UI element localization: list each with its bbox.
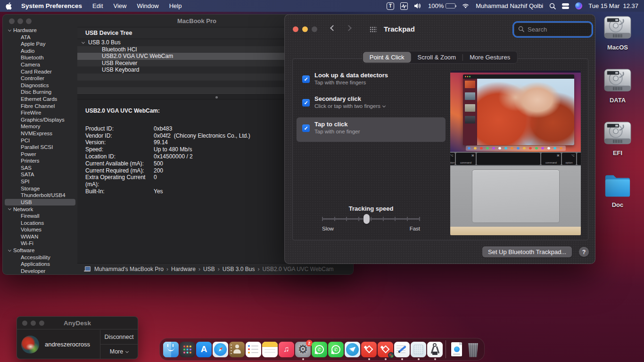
checkbox-checked[interactable] bbox=[302, 124, 310, 132]
close-button[interactable] bbox=[22, 321, 27, 326]
dock-item-trash[interactable] bbox=[465, 342, 481, 357]
sidebar-item[interactable]: ATA bbox=[3, 34, 77, 41]
dock-item-downloads[interactable] bbox=[449, 342, 464, 357]
breadcrumb-item[interactable]: Hardware bbox=[171, 266, 196, 272]
menubar-app-name[interactable]: System Preferences bbox=[21, 2, 82, 9]
sidebar-item[interactable]: Firewall bbox=[3, 213, 77, 220]
sidebar-item[interactable]: FireWire bbox=[3, 109, 77, 116]
sidebar-item[interactable]: Fibre Channel bbox=[3, 103, 77, 110]
dock-item-whatsapp-2[interactable] bbox=[328, 342, 344, 357]
dock-item-system-preferences[interactable]: 2 bbox=[295, 342, 311, 357]
wifi-icon[interactable] bbox=[462, 3, 470, 9]
dock-item-app-store[interactable] bbox=[196, 342, 212, 357]
sidebar-item[interactable]: Controller bbox=[3, 75, 77, 82]
breadcrumb-item[interactable]: USB2.0 VGA UVC WebCam bbox=[262, 266, 333, 272]
help-button[interactable]: ? bbox=[579, 247, 589, 257]
sidebar-item[interactable]: Memory bbox=[3, 123, 77, 130]
desktop-drive-macos[interactable]: MacOS bbox=[600, 15, 636, 51]
breadcrumb-item[interactable]: USB bbox=[203, 266, 215, 272]
search-input[interactable] bbox=[527, 25, 587, 33]
dock-item-launchpad[interactable] bbox=[180, 342, 195, 357]
sidebar-item[interactable]: Applications bbox=[3, 261, 77, 268]
sidebar-section-software[interactable]: Software bbox=[3, 247, 77, 254]
dock-item-textedit[interactable] bbox=[394, 342, 410, 357]
dock-item-anydesk-session[interactable] bbox=[378, 342, 393, 357]
zoom-button[interactable] bbox=[39, 321, 44, 326]
sidebar-item[interactable]: Diagnostics bbox=[3, 82, 77, 89]
zoom-button[interactable] bbox=[26, 18, 32, 24]
sidebar-item[interactable]: Ethernet Cards bbox=[3, 96, 77, 103]
menubar-username[interactable]: Muhammad Nazhif Qolbi bbox=[476, 2, 543, 9]
show-all-preferences-icon[interactable] bbox=[369, 26, 377, 33]
dock-item-telegram[interactable] bbox=[345, 342, 360, 357]
checkbox-checked[interactable] bbox=[302, 75, 310, 83]
zoom-button[interactable] bbox=[312, 26, 317, 32]
sidebar-item[interactable]: Storage bbox=[3, 185, 77, 192]
tracking-slider-thumb[interactable] bbox=[363, 214, 370, 224]
tab-scroll-and-zoom[interactable]: Scroll & Zoom bbox=[411, 52, 463, 63]
dock-item-contacts[interactable] bbox=[229, 342, 245, 357]
close-button[interactable] bbox=[9, 18, 15, 24]
search-field[interactable] bbox=[514, 23, 592, 36]
sidebar-item[interactable]: SATA bbox=[3, 171, 77, 178]
dock-item-anydesk[interactable] bbox=[361, 342, 377, 357]
dock-item-reminders[interactable] bbox=[246, 342, 261, 357]
sidebar-item[interactable]: Wi-Fi bbox=[3, 240, 77, 247]
dock-item-system-information[interactable] bbox=[427, 342, 443, 357]
apple-menu-icon[interactable] bbox=[6, 2, 12, 10]
desktop-folder-doc[interactable]: Doc bbox=[600, 173, 636, 208]
sidebar-item[interactable]: Graphics/Displays bbox=[3, 116, 77, 123]
dock-item-pale-app[interactable] bbox=[411, 342, 426, 357]
dock-item-finder[interactable] bbox=[163, 342, 179, 357]
sidebar-item-usb-selected[interactable]: USB bbox=[5, 199, 75, 206]
forward-button[interactable] bbox=[346, 25, 352, 31]
sidebar-item[interactable]: PCI bbox=[3, 137, 77, 144]
menubar-clock[interactable]: Tue 15 Mar 12.37 bbox=[588, 2, 638, 9]
siri-icon[interactable] bbox=[575, 2, 582, 9]
activity-monitor-icon[interactable] bbox=[400, 2, 408, 10]
sidebar-item[interactable]: Camera bbox=[3, 61, 77, 68]
disconnect-button[interactable]: Disconnect bbox=[100, 330, 138, 345]
sidebar-item[interactable]: Power bbox=[3, 151, 77, 158]
breadcrumb-item[interactable]: USB 3.0 Bus bbox=[223, 266, 255, 272]
desktop-drive-efi[interactable]: EFI bbox=[600, 120, 636, 156]
close-button[interactable] bbox=[293, 26, 298, 32]
dock-item-safari[interactable] bbox=[213, 342, 228, 357]
more-button[interactable]: More bbox=[100, 345, 138, 359]
dock-item-music[interactable] bbox=[279, 342, 294, 357]
menu-window[interactable]: Window bbox=[137, 2, 158, 9]
minimize-button[interactable] bbox=[17, 18, 23, 24]
tracking-speed-slider[interactable] bbox=[322, 217, 420, 221]
sidebar-item[interactable]: Developer bbox=[3, 268, 77, 274]
tab-more-gestures[interactable]: More Gestures bbox=[463, 52, 517, 63]
minimize-button[interactable] bbox=[31, 321, 36, 326]
breadcrumb-item[interactable]: Muhammad's MacBook Pro bbox=[94, 266, 164, 272]
sidebar-item[interactable]: NVMExpress bbox=[3, 130, 77, 137]
sidebar-item[interactable]: Printers bbox=[3, 157, 77, 165]
sidebar-item[interactable]: Bluetooth bbox=[3, 54, 77, 61]
control-center-icon[interactable] bbox=[562, 3, 569, 9]
dock-item-whatsapp[interactable] bbox=[312, 342, 327, 357]
sidebar-item[interactable]: Audio bbox=[3, 48, 77, 55]
input-method-icon[interactable] bbox=[387, 2, 394, 10]
sidebar-item[interactable]: Disc Burning bbox=[3, 89, 77, 96]
sidebar-item[interactable]: WWAN bbox=[3, 233, 77, 240]
sidebar-item[interactable]: Thunderbolt/USB4 bbox=[3, 192, 77, 199]
sidebar-item[interactable]: Apple Pay bbox=[3, 41, 77, 48]
sidebar-item[interactable]: Locations bbox=[3, 220, 77, 227]
tab-point-and-click[interactable]: Point & Click bbox=[363, 52, 411, 63]
sidebar-item[interactable]: Volumes bbox=[3, 226, 77, 233]
sidebar-item[interactable]: SPI bbox=[3, 178, 77, 185]
sidebar-item[interactable]: Card Reader bbox=[3, 68, 77, 75]
dock-item-notes[interactable] bbox=[262, 342, 278, 357]
spotlight-search-icon[interactable] bbox=[549, 3, 556, 9]
minimize-button[interactable] bbox=[302, 26, 308, 32]
checkbox-checked[interactable] bbox=[302, 99, 310, 107]
sidebar-item[interactable]: Accessibility bbox=[3, 254, 77, 261]
battery-indicator[interactable]: 100% bbox=[428, 2, 455, 9]
volume-icon[interactable] bbox=[414, 3, 422, 9]
desktop-drive-data[interactable]: DATA bbox=[600, 67, 636, 104]
sidebar-section-hardware[interactable]: Hardware bbox=[3, 27, 77, 34]
menu-help[interactable]: Help bbox=[169, 2, 182, 9]
set-up-bluetooth-trackpad-button[interactable]: Set Up Bluetooth Trackpad... bbox=[482, 247, 572, 257]
